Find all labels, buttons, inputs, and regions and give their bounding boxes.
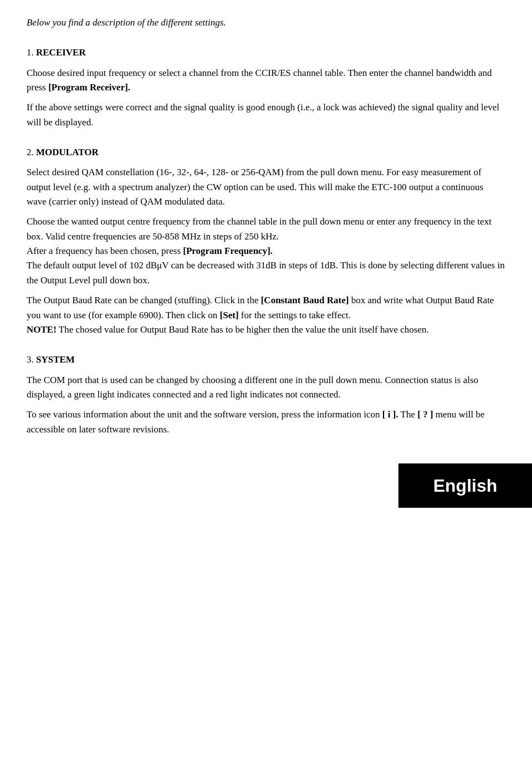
info-icon-label: [ i ]. [382, 409, 398, 420]
question-icon-label: [ ? ] [417, 409, 433, 420]
set-label: [Set] [220, 310, 239, 320]
section-1-header: 1. RECEIVER [27, 45, 505, 60]
section-system: 3. SYSTEM The COM port that is used can … [27, 353, 505, 437]
section-1-para-1: Choose desired input frequency or select… [27, 66, 505, 95]
constant-baud-rate-label: [Constant Baud Rate] [261, 295, 349, 305]
section-3-title: SYSTEM [36, 354, 75, 365]
page-container: Below you find a description of the diff… [0, 0, 532, 508]
language-badge-text: English [433, 472, 498, 499]
section-receiver: 1. RECEIVER Choose desired input frequen… [27, 45, 505, 130]
section-3-para-2: To see various information about the uni… [27, 407, 505, 437]
section-modulator: 2. MODULATOR Select desired QAM constell… [27, 145, 505, 337]
section-2-title: MODULATOR [36, 147, 99, 157]
note-label: NOTE! [27, 324, 57, 335]
program-receiver-label: [Program Receiver]. [48, 82, 130, 93]
section-2-number: 2. [27, 147, 36, 157]
section-2-header: 2. MODULATOR [27, 145, 505, 160]
intro-text: Below you find a description of the diff… [27, 16, 505, 30]
section-1-number: 1. [27, 47, 36, 58]
section-2-para-3: The Output Baud Rate can be changed (stu… [27, 293, 505, 337]
section-3-para-1: The COM port that is used can be changed… [27, 373, 505, 402]
language-badge: English [398, 463, 532, 508]
section-2-para-2: Choose the wanted output centre frequenc… [27, 215, 505, 288]
section-3-header: 3. SYSTEM [27, 353, 505, 367]
section-3-number: 3. [27, 354, 36, 365]
section-1-para-2: If the above settings were correct and t… [27, 100, 505, 130]
section-2-para-1: Select desired QAM constellation (16-, 3… [27, 165, 505, 209]
program-frequency-label: [Program Frequency]. [183, 246, 273, 256]
section-1-title: RECEIVER [36, 47, 86, 58]
